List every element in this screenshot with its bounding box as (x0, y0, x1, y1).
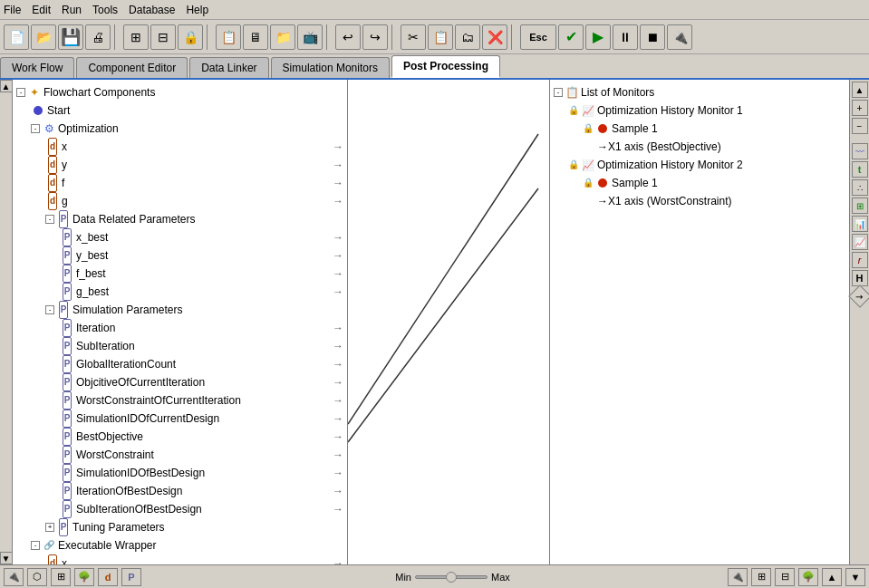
bar-chart-button[interactable]: 📊 (852, 216, 868, 232)
lock-button[interactable]: 🔒 (178, 24, 203, 50)
scroll-up-arrow[interactable]: ▲ (0, 80, 13, 92)
bottom-plugin-button[interactable]: 🔌 (4, 568, 24, 586)
paste-copy-button[interactable]: 📋 (428, 24, 453, 50)
r-button[interactable]: r (852, 252, 868, 268)
collapse-tuning[interactable]: + (45, 523, 54, 532)
sample2-lock-icon: 🔒 (583, 175, 594, 191)
sample1-lock-icon: 🔒 (583, 120, 594, 137)
subiter-best-icon: P (60, 502, 74, 516)
menu-run[interactable]: Run (62, 4, 82, 16)
cut-button[interactable]: ✂ (401, 24, 426, 50)
f-best-icon: P (60, 266, 74, 281)
minus-button[interactable]: − (852, 118, 868, 134)
collapse-sim-params[interactable]: - (45, 305, 54, 314)
diagonal-button[interactable]: ↗ (848, 284, 869, 307)
esc-button[interactable]: Esc (520, 24, 556, 50)
zoom-slider[interactable] (415, 575, 488, 579)
delete-button[interactable]: ❌ (482, 24, 507, 50)
left-panel: - ✦ Flowchart Components Start - ⚙ Optim… (13, 80, 348, 564)
collapse-data-params[interactable]: - (45, 215, 54, 224)
menu-edit[interactable]: Edit (32, 4, 51, 16)
worst-current-icon: P (60, 393, 74, 408)
run-button[interactable]: ▶ (585, 24, 611, 50)
tree-data-params: - P Data Related Parameters (16, 210, 343, 228)
grid-button[interactable]: ⊞ (852, 198, 868, 214)
collapse-monitors[interactable]: - (554, 88, 563, 97)
collapse-optimization[interactable]: - (31, 124, 40, 133)
scatter-button[interactable]: ∴ (852, 179, 868, 196)
line-chart-button[interactable]: 📈 (852, 234, 868, 250)
best-obj-arrow: → (333, 429, 343, 445)
tree-sim-params: - P Simulation Parameters (16, 301, 343, 319)
folder-button[interactable]: 📁 (270, 24, 295, 50)
scroll-down-arrow[interactable]: ▼ (0, 552, 13, 564)
paste2-button[interactable]: 🗂 (455, 24, 480, 50)
menu-file[interactable]: File (4, 4, 21, 16)
plus-button[interactable]: + (852, 100, 868, 116)
center-canvas (348, 80, 550, 564)
g-best-label: g_best (76, 284, 331, 300)
new-button[interactable]: 📄 (4, 24, 29, 50)
redo-button[interactable]: ↪ (362, 24, 388, 50)
copy-button[interactable]: ⊞ (123, 24, 149, 50)
menu-database[interactable]: Database (129, 4, 175, 16)
waveform-button[interactable]: 〰 (852, 143, 868, 159)
collapse-root[interactable]: - (16, 88, 25, 97)
screen-button[interactable]: 🖥 (243, 24, 268, 50)
tab-data-linker[interactable]: Data Linker (189, 57, 268, 78)
save-button[interactable]: 💾 (58, 24, 83, 50)
bottom-d-button[interactable]: d (98, 568, 118, 586)
sample1-icon (595, 124, 610, 133)
tab-workflow[interactable]: Work Flow (0, 57, 74, 78)
check-button[interactable]: ✔ (558, 24, 584, 50)
menu-help[interactable]: Help (186, 4, 208, 16)
monitors-tree: - 📋 List of Monitors 🔒 📈 Optimization Hi… (550, 80, 849, 214)
tab-component-editor[interactable]: Component Editor (76, 57, 188, 78)
menu-tools[interactable]: Tools (92, 4, 118, 16)
pause-button[interactable]: ⏸ (613, 24, 638, 50)
tree-exec-x: d x → (16, 554, 343, 564)
collapse-exec[interactable]: - (31, 541, 40, 550)
bottom-down-button[interactable]: ▼ (845, 568, 865, 586)
scroll-top-button[interactable]: ▲ (852, 82, 868, 98)
tab-post-processing[interactable]: Post Processing (391, 55, 500, 78)
open-button[interactable]: 📂 (31, 24, 56, 50)
data-params-icon: P (56, 212, 71, 227)
separator-4 (391, 24, 397, 50)
var-x-label: x (62, 139, 331, 155)
tree-best-obj: P BestObjective → (16, 428, 343, 446)
x-best-icon: P (60, 230, 74, 245)
bottom-tree2-button[interactable]: 🌳 (798, 568, 818, 586)
bottom-tree-button[interactable]: 🌳 (74, 568, 94, 586)
bottom-plugin2-button[interactable]: 🔌 (728, 568, 748, 586)
bottom-node-button[interactable]: ⬡ (27, 568, 47, 586)
bottom-up-button[interactable]: ▲ (822, 568, 842, 586)
best-obj-label: BestObjective (76, 429, 331, 445)
iteration-icon: P (60, 321, 74, 335)
worst-current-label: WorstConstraintOfCurrentIteration (76, 392, 331, 409)
tree-global-iter: P GlobalIterationCount → (16, 355, 343, 373)
plugin-button[interactable]: 🔌 (667, 24, 692, 50)
clipboard-button[interactable]: 📋 (216, 24, 241, 50)
sample2-label: Sample 1 (612, 175, 658, 191)
bottom-flow-button[interactable]: ⊞ (51, 568, 71, 586)
tab-simulation-monitors[interactable]: Simulation Monitors (271, 57, 390, 78)
stop-button[interactable]: ⏹ (640, 24, 665, 50)
bottom-collapse-button[interactable]: ⊟ (775, 568, 795, 586)
text-t-button[interactable]: t (852, 161, 868, 178)
tree-worst-current: P WorstConstraintOfCurrentIteration → (16, 391, 343, 410)
svg-line-0 (348, 134, 538, 424)
bottom-p-button[interactable]: P (121, 568, 141, 586)
subiteration-icon: P (60, 339, 74, 353)
print-button[interactable]: 🖨 (85, 24, 111, 50)
undo-button[interactable]: ↩ (335, 24, 361, 50)
sample2-icon (595, 178, 610, 188)
x-best-label: x_best (76, 229, 331, 246)
monitor2-button[interactable]: 📺 (297, 24, 323, 50)
exec-x-arrow: → (333, 555, 343, 564)
subiteration-arrow: → (333, 338, 343, 354)
sample1-label: Sample 1 (612, 120, 658, 137)
bottom-expand-button[interactable]: ⊞ (751, 568, 771, 586)
slider-thumb[interactable] (446, 572, 457, 583)
monitor-button[interactable]: ⊟ (150, 24, 176, 50)
